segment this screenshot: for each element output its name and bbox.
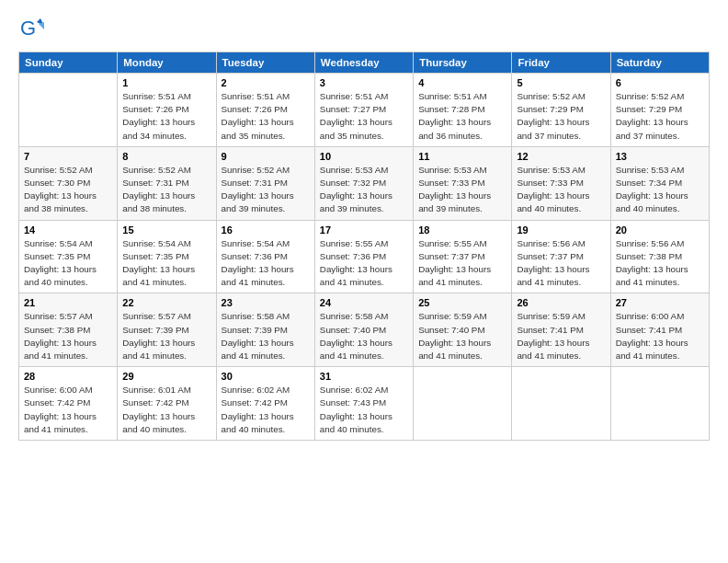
day-number: 10 (320, 151, 408, 162)
page-header: G (18, 17, 710, 42)
day-number: 15 (122, 224, 210, 236)
weekday-saturday: Saturday (610, 52, 709, 74)
day-number: 25 (418, 297, 506, 308)
day-number: 13 (616, 151, 704, 162)
day-info: Sunrise: 5:52 AM Sunset: 7:31 PM Dayligh… (122, 164, 210, 216)
day-info: Sunrise: 5:54 AM Sunset: 7:35 PM Dayligh… (122, 237, 210, 290)
day-info: Sunrise: 5:51 AM Sunset: 7:27 PM Dayligh… (320, 90, 408, 143)
day-info: Sunrise: 5:59 AM Sunset: 7:41 PM Dayligh… (517, 310, 605, 362)
calendar-cell: 17Sunrise: 5:55 AM Sunset: 7:36 PM Dayli… (314, 220, 413, 293)
day-number: 20 (616, 224, 704, 236)
calendar-cell: 2Sunrise: 5:51 AM Sunset: 7:26 PM Daylig… (216, 74, 314, 147)
calendar-cell: 12Sunrise: 5:53 AM Sunset: 7:33 PM Dayli… (512, 146, 610, 220)
calendar-cell: 29Sunrise: 6:01 AM Sunset: 7:42 PM Dayli… (118, 367, 216, 441)
day-number: 4 (418, 77, 506, 88)
week-row-1: 1Sunrise: 5:51 AM Sunset: 7:26 PM Daylig… (19, 74, 710, 147)
day-number: 5 (517, 77, 605, 88)
weekday-friday: Friday (512, 52, 610, 74)
day-number: 27 (616, 297, 704, 308)
day-info: Sunrise: 5:58 AM Sunset: 7:40 PM Dayligh… (320, 310, 408, 362)
day-info: Sunrise: 5:53 AM Sunset: 7:33 PM Dayligh… (418, 164, 506, 216)
calendar-cell: 30Sunrise: 6:02 AM Sunset: 7:42 PM Dayli… (216, 367, 314, 441)
day-number: 29 (122, 371, 210, 382)
calendar-cell: 10Sunrise: 5:53 AM Sunset: 7:32 PM Dayli… (314, 146, 413, 220)
day-info: Sunrise: 5:54 AM Sunset: 7:36 PM Dayligh… (222, 237, 310, 290)
calendar-cell: 1Sunrise: 5:51 AM Sunset: 7:26 PM Daylig… (118, 74, 216, 147)
weekday-tuesday: Tuesday (216, 52, 314, 74)
day-info: Sunrise: 6:01 AM Sunset: 7:42 PM Dayligh… (122, 384, 210, 436)
day-info: Sunrise: 5:53 AM Sunset: 7:33 PM Dayligh… (517, 164, 605, 216)
calendar-cell: 18Sunrise: 5:55 AM Sunset: 7:37 PM Dayli… (414, 220, 512, 293)
day-info: Sunrise: 5:51 AM Sunset: 7:26 PM Dayligh… (222, 90, 310, 143)
day-info: Sunrise: 5:55 AM Sunset: 7:36 PM Dayligh… (320, 237, 408, 290)
day-info: Sunrise: 5:53 AM Sunset: 7:34 PM Dayligh… (616, 164, 704, 216)
day-number: 22 (122, 297, 210, 308)
day-number: 9 (222, 151, 310, 162)
day-number: 3 (320, 77, 408, 88)
calendar-cell (414, 367, 512, 441)
weekday-monday: Monday (118, 52, 216, 74)
day-number: 19 (517, 224, 605, 236)
calendar-table: SundayMondayTuesdayWednesdayThursdayFrid… (18, 52, 710, 441)
calendar-cell: 26Sunrise: 5:59 AM Sunset: 7:41 PM Dayli… (512, 293, 610, 367)
day-info: Sunrise: 5:51 AM Sunset: 7:26 PM Dayligh… (122, 90, 210, 143)
day-number: 16 (222, 224, 310, 236)
day-info: Sunrise: 5:56 AM Sunset: 7:37 PM Dayligh… (517, 237, 605, 290)
day-info: Sunrise: 5:53 AM Sunset: 7:32 PM Dayligh… (320, 164, 408, 216)
day-number: 24 (320, 297, 408, 308)
calendar-cell: 11Sunrise: 5:53 AM Sunset: 7:33 PM Dayli… (414, 146, 512, 220)
calendar-cell: 22Sunrise: 5:57 AM Sunset: 7:39 PM Dayli… (118, 293, 216, 367)
day-number: 17 (320, 224, 408, 236)
weekday-sunday: Sunday (19, 52, 118, 74)
calendar-cell: 6Sunrise: 5:52 AM Sunset: 7:29 PM Daylig… (610, 74, 709, 147)
week-row-3: 14Sunrise: 5:54 AM Sunset: 7:35 PM Dayli… (19, 220, 710, 293)
day-info: Sunrise: 5:51 AM Sunset: 7:28 PM Dayligh… (418, 90, 506, 143)
calendar-cell: 4Sunrise: 5:51 AM Sunset: 7:28 PM Daylig… (414, 74, 512, 147)
day-info: Sunrise: 5:58 AM Sunset: 7:39 PM Dayligh… (222, 310, 310, 362)
calendar-cell: 7Sunrise: 5:52 AM Sunset: 7:30 PM Daylig… (19, 146, 118, 220)
day-number: 26 (517, 297, 605, 308)
day-info: Sunrise: 5:52 AM Sunset: 7:29 PM Dayligh… (517, 90, 605, 143)
calendar-cell (610, 367, 709, 441)
calendar-body: 1Sunrise: 5:51 AM Sunset: 7:26 PM Daylig… (19, 74, 710, 441)
calendar-cell: 16Sunrise: 5:54 AM Sunset: 7:36 PM Dayli… (216, 220, 314, 293)
day-info: Sunrise: 5:56 AM Sunset: 7:38 PM Dayligh… (616, 237, 704, 290)
day-number: 11 (418, 151, 506, 162)
day-info: Sunrise: 6:02 AM Sunset: 7:42 PM Dayligh… (222, 384, 310, 436)
day-info: Sunrise: 6:02 AM Sunset: 7:43 PM Dayligh… (320, 384, 408, 436)
calendar-cell: 15Sunrise: 5:54 AM Sunset: 7:35 PM Dayli… (118, 220, 216, 293)
day-info: Sunrise: 6:00 AM Sunset: 7:42 PM Dayligh… (24, 384, 112, 436)
calendar-cell: 25Sunrise: 5:59 AM Sunset: 7:40 PM Dayli… (414, 293, 512, 367)
day-number: 28 (24, 371, 112, 382)
calendar-cell: 14Sunrise: 5:54 AM Sunset: 7:35 PM Dayli… (19, 220, 118, 293)
day-number: 2 (222, 77, 310, 88)
calendar-cell: 28Sunrise: 6:00 AM Sunset: 7:42 PM Dayli… (19, 367, 118, 441)
logo-icon: G (18, 17, 44, 42)
calendar-cell: 23Sunrise: 5:58 AM Sunset: 7:39 PM Dayli… (216, 293, 314, 367)
calendar-cell: 19Sunrise: 5:56 AM Sunset: 7:37 PM Dayli… (512, 220, 610, 293)
calendar-cell (19, 74, 118, 147)
day-number: 21 (24, 297, 112, 308)
day-info: Sunrise: 5:59 AM Sunset: 7:40 PM Dayligh… (418, 310, 506, 362)
logo: G (18, 17, 48, 42)
day-info: Sunrise: 5:52 AM Sunset: 7:29 PM Dayligh… (616, 90, 704, 143)
day-number: 18 (418, 224, 506, 236)
calendar-cell: 20Sunrise: 5:56 AM Sunset: 7:38 PM Dayli… (610, 220, 709, 293)
calendar-cell: 9Sunrise: 5:52 AM Sunset: 7:31 PM Daylig… (216, 146, 314, 220)
week-row-5: 28Sunrise: 6:00 AM Sunset: 7:42 PM Dayli… (19, 367, 710, 441)
calendar-cell: 3Sunrise: 5:51 AM Sunset: 7:27 PM Daylig… (314, 74, 413, 147)
weekday-thursday: Thursday (414, 52, 512, 74)
day-number: 23 (222, 297, 310, 308)
day-info: Sunrise: 6:00 AM Sunset: 7:41 PM Dayligh… (616, 310, 704, 362)
day-info: Sunrise: 5:57 AM Sunset: 7:38 PM Dayligh… (24, 310, 112, 362)
day-info: Sunrise: 5:52 AM Sunset: 7:31 PM Dayligh… (222, 164, 310, 216)
calendar-cell: 13Sunrise: 5:53 AM Sunset: 7:34 PM Dayli… (610, 146, 709, 220)
day-number: 30 (222, 371, 310, 382)
day-info: Sunrise: 5:57 AM Sunset: 7:39 PM Dayligh… (122, 310, 210, 362)
day-info: Sunrise: 5:55 AM Sunset: 7:37 PM Dayligh… (418, 237, 506, 290)
week-row-2: 7Sunrise: 5:52 AM Sunset: 7:30 PM Daylig… (19, 146, 710, 220)
day-info: Sunrise: 5:52 AM Sunset: 7:30 PM Dayligh… (24, 164, 112, 216)
day-number: 14 (24, 224, 112, 236)
day-number: 6 (616, 77, 704, 88)
calendar-cell (512, 367, 610, 441)
